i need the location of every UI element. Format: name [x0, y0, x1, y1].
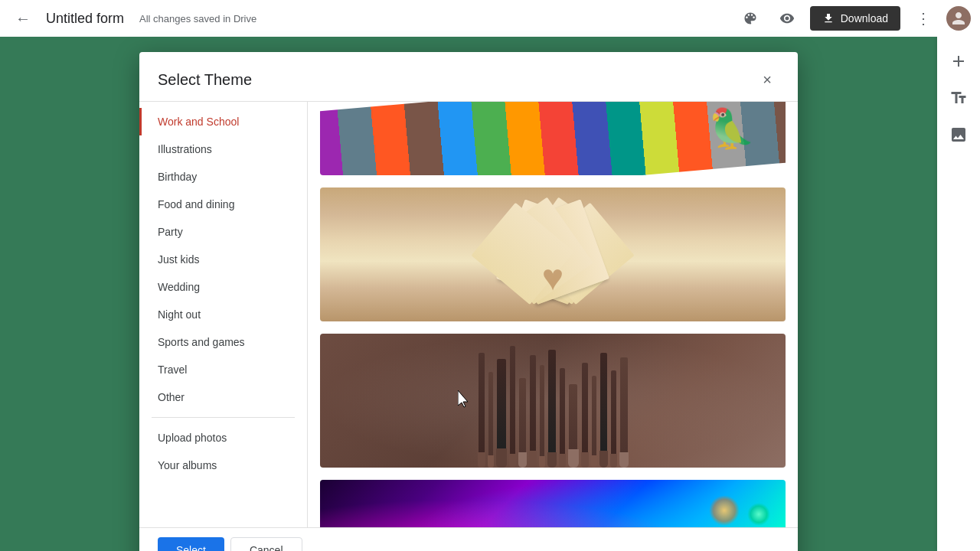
sidebar-item-upload-photos[interactable]: Upload photos [139, 424, 307, 452]
sidebar-item-label: Work and School [158, 116, 239, 128]
right-toolbar [937, 37, 980, 551]
sidebar-item-label: Birthday [158, 171, 197, 183]
right-panel[interactable]: 🦜 [308, 102, 798, 527]
preview-button[interactable] [773, 5, 801, 32]
sidebar-item-night-out[interactable]: Night out [139, 301, 307, 328]
add-element-button[interactable] [943, 46, 974, 77]
dialog-body: Work and School Illustrations Birthday F… [139, 102, 798, 527]
dialog-header: Select Theme × [139, 52, 798, 102]
sidebar-item-illustrations[interactable]: Illustrations [139, 135, 307, 163]
select-button[interactable]: Select [158, 537, 224, 551]
sidebar-item-label: Sports and games [158, 336, 245, 348]
left-panel: Work and School Illustrations Birthday F… [139, 102, 308, 527]
sidebar-item-label: Your albums [158, 459, 217, 471]
palette-button[interactable] [737, 5, 764, 32]
sidebar-item-label: Upload photos [158, 432, 227, 444]
cancel-button[interactable]: Cancel [230, 537, 302, 551]
dialog-title: Select Theme [158, 71, 252, 89]
sidebar-item-label: Food and dining [158, 198, 234, 210]
select-theme-dialog: Select Theme × Work and School Illustrat… [139, 52, 798, 551]
main-area: Select Theme × Work and School Illustrat… [0, 37, 980, 551]
download-label: Download [841, 12, 888, 24]
more-button[interactable]: ⋮ [910, 5, 937, 32]
sidebar-item-other[interactable]: Other [139, 383, 307, 411]
dialog-footer: Select Cancel [139, 527, 798, 551]
theme-image-clothes[interactable]: 🦜 [320, 102, 786, 175]
sidebar-item-birthday[interactable]: Birthday [139, 163, 307, 191]
sidebar-item-label: Other [158, 391, 185, 403]
sidebar-item-your-albums[interactable]: Your albums [139, 452, 307, 479]
back-icon: ← [15, 10, 31, 27]
sidebar-item-label: Illustrations [158, 143, 212, 155]
sidebar-item-label: Night out [158, 308, 201, 321]
form-title: Untitled form [46, 11, 124, 27]
theme-image-brushes[interactable] [320, 334, 786, 468]
back-button[interactable]: ← [9, 4, 37, 34]
close-icon: × [763, 71, 772, 89]
cancel-label: Cancel [250, 544, 283, 551]
sidebar-item-label: Travel [158, 364, 187, 376]
topbar: ← Untitled form All changes saved in Dri… [0, 0, 980, 37]
sidebar-item-food-dining[interactable]: Food and dining [139, 191, 307, 218]
sidebar-item-wedding[interactable]: Wedding [139, 273, 307, 301]
text-button[interactable] [943, 83, 974, 113]
saved-status: All changes saved in Drive [139, 13, 256, 24]
image-button[interactable] [943, 119, 974, 150]
sidebar-item-label: Party [158, 226, 183, 238]
theme-image-chemistry[interactable] [320, 480, 786, 527]
more-icon: ⋮ [916, 9, 931, 28]
sidebar-item-party[interactable]: Party [139, 218, 307, 246]
sidebar-item-label: Just kids [158, 253, 199, 266]
avatar[interactable] [946, 6, 971, 31]
close-button[interactable]: × [755, 67, 779, 92]
sidebar-item-sports-games[interactable]: Sports and games [139, 328, 307, 356]
modal-overlay: Select Theme × Work and School Illustrat… [0, 37, 937, 551]
select-label: Select [176, 544, 206, 551]
sidebar-item-label: Wedding [158, 281, 200, 293]
sidebar-item-just-kids[interactable]: Just kids [139, 246, 307, 273]
sidebar-item-travel[interactable]: Travel [139, 356, 307, 383]
panel-divider [152, 417, 295, 418]
download-button[interactable]: Download [810, 6, 900, 31]
sidebar-item-work-school[interactable]: Work and School [139, 108, 307, 135]
theme-image-book[interactable]: ♥ [320, 187, 786, 321]
